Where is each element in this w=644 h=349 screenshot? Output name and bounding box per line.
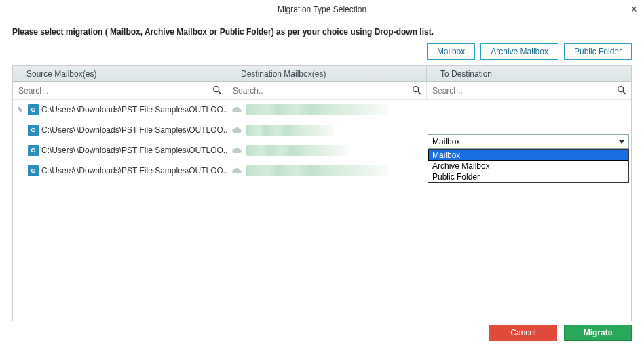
svg-point-0	[214, 87, 219, 92]
cloud-icon	[231, 167, 242, 175]
search-row	[13, 82, 631, 100]
svg-line-5	[623, 91, 626, 94]
cloud-icon	[231, 126, 242, 134]
window-title: Migration Type Selection	[278, 5, 366, 14]
footer-buttons: Cancel Migrate	[489, 325, 632, 341]
svg-point-2	[413, 87, 419, 92]
dropdown-selected-value: Mailbox	[432, 137, 460, 146]
source-cell: ✎ O C:\Users\\Downloads\PST File Samples…	[13, 120, 227, 140]
destination-cell	[227, 100, 427, 120]
source-path: C:\Users\\Downloads\PST File Samples\OUT…	[41, 146, 227, 155]
destination-value-redacted	[246, 165, 389, 176]
svg-line-3	[418, 91, 421, 94]
dropdown-field[interactable]: Mailbox	[428, 134, 629, 149]
column-headers: Source Mailbox(es) Destination Mailbox(e…	[13, 66, 631, 82]
search-icon[interactable]	[616, 85, 627, 96]
search-destination-input[interactable]	[227, 82, 426, 99]
source-cell: ✎ O C:\Users\\Downloads\PST File Samples…	[13, 161, 227, 181]
migrate-button[interactable]: Migrate	[564, 325, 632, 341]
data-rows: ✎ O C:\Users\\Downloads\PST File Samples…	[13, 100, 631, 181]
public-folder-button[interactable]: Public Folder	[564, 43, 632, 60]
dropdown-option-mailbox[interactable]: Mailbox	[428, 150, 628, 161]
outlook-file-icon: O	[28, 145, 39, 156]
edit-icon: ✎	[17, 106, 25, 115]
destination-value-redacted	[246, 104, 389, 115]
source-path: C:\Users\\Downloads\PST File Samples\OUT…	[41, 105, 227, 115]
header-source: Source Mailbox(es)	[13, 66, 227, 81]
svg-line-1	[219, 91, 221, 94]
migration-grid: Source Mailbox(es) Destination Mailbox(e…	[12, 65, 632, 321]
outlook-file-icon: O	[28, 125, 39, 136]
destination-cell	[227, 161, 427, 181]
to-destination-cell	[427, 100, 631, 120]
destination-cell	[227, 120, 427, 140]
source-cell: ✎ O C:\Users\\Downloads\PST File Samples…	[13, 100, 227, 120]
instruction-text: Please select migration ( Mailbox, Archi…	[0, 19, 644, 43]
type-button-row: Mailbox Archive Mailbox Public Folder	[0, 43, 644, 65]
destination-value-redacted	[246, 145, 348, 156]
outlook-file-icon: O	[28, 165, 39, 176]
title-bar: Migration Type Selection ×	[0, 0, 644, 19]
close-icon[interactable]: ×	[631, 4, 637, 15]
destination-cell	[227, 140, 427, 161]
search-icon[interactable]	[212, 85, 223, 96]
svg-point-4	[618, 87, 624, 92]
dropdown-option-archive-mailbox[interactable]: Archive Mailbox	[428, 161, 628, 171]
source-path: C:\Users\\Downloads\PST File Samples\OUT…	[41, 166, 227, 176]
search-source-input[interactable]	[13, 82, 227, 99]
to-destination-dropdown[interactable]: Mailbox Mailbox Archive Mailbox Public F…	[428, 134, 629, 183]
dropdown-option-public-folder[interactable]: Public Folder	[428, 171, 628, 182]
search-source-cell	[13, 82, 227, 99]
header-destination: Destination Mailbox(es)	[227, 66, 427, 81]
destination-value-redacted	[246, 125, 335, 136]
search-to-input[interactable]	[427, 82, 631, 99]
cloud-icon	[231, 146, 242, 155]
search-destination-cell	[227, 82, 427, 99]
search-icon[interactable]	[411, 85, 422, 96]
source-path: C:\Users\\Downloads\PST File Samples\OUT…	[41, 125, 227, 135]
mailbox-button[interactable]: Mailbox	[427, 43, 475, 60]
cancel-button[interactable]: Cancel	[489, 325, 557, 341]
header-to-destination: To Destination	[427, 66, 631, 81]
table-row[interactable]: ✎ O C:\Users\\Downloads\PST File Samples…	[13, 100, 631, 120]
source-cell: ✎ O C:\Users\\Downloads\PST File Samples…	[13, 140, 227, 161]
outlook-file-icon: O	[28, 104, 39, 115]
dropdown-options: Mailbox Archive Mailbox Public Folder	[428, 149, 629, 183]
search-to-cell	[427, 82, 631, 99]
cloud-icon	[231, 106, 242, 114]
archive-mailbox-button[interactable]: Archive Mailbox	[480, 43, 558, 60]
